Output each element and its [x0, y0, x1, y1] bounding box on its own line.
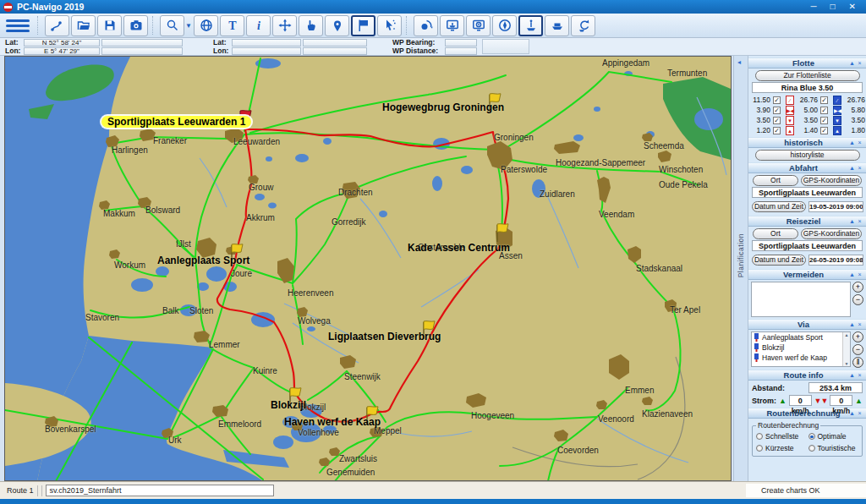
waypoint-label[interactable]: Sportligplaats Leeuwarden 1 — [101, 116, 251, 128]
route-icon[interactable] — [45, 15, 69, 36]
waypoint-label[interactable]: Blokzijl — [271, 399, 306, 411]
reiseziel-ort-button[interactable]: Ort — [753, 228, 798, 239]
day-night-icon[interactable] — [414, 15, 438, 36]
snapshot-camera-icon[interactable] — [123, 15, 148, 36]
waypoint-label[interactable]: Ligplaatsen Dieverbrug — [328, 331, 441, 342]
close-icon[interactable]: × — [856, 165, 863, 171]
checkbox-icon[interactable]: ✓ — [773, 127, 781, 134]
collapse-icon[interactable]: ▲ — [848, 321, 856, 327]
checkbox-icon[interactable]: ✓ — [773, 117, 781, 124]
abfahrt-gps-button[interactable]: GPS-Koordinaten — [801, 175, 862, 186]
globe-icon[interactable] — [194, 15, 218, 36]
waypoint-label[interactable]: Hogewegbrug Groningen — [382, 101, 504, 113]
close-icon[interactable]: × — [856, 271, 863, 277]
toolbar-separator — [406, 16, 409, 35]
via-list-item[interactable]: Blokzijl — [752, 342, 850, 353]
checkbox-icon[interactable]: ✓ — [820, 107, 828, 114]
via-list-item[interactable]: Aanlegplaats Sport — [752, 332, 850, 342]
waypoint-label[interactable]: Haven werf de Kaap — [284, 416, 381, 428]
historyliste-button[interactable]: historyliste — [755, 150, 860, 161]
collapse-icon[interactable]: ▲ — [848, 372, 856, 378]
via-scrollbar[interactable]: ▲▼ — [842, 332, 850, 366]
pointer-select-icon[interactable] — [377, 15, 402, 36]
close-icon[interactable]: × — [856, 218, 863, 224]
town-label: Oude Pekela — [659, 180, 708, 189]
section-title: Abfahrt — [759, 163, 848, 173]
waypoint-flag-marker[interactable] — [494, 222, 511, 243]
collapse-icon[interactable]: ▲ — [848, 410, 856, 416]
via-list-item[interactable]: Haven werf de Kaap — [752, 353, 850, 363]
town-label: Workum — [114, 260, 145, 270]
town-label: Termunten — [667, 68, 707, 78]
ais-mast-icon[interactable] — [518, 15, 543, 36]
via-pause-button[interactable]: ‖ — [852, 357, 863, 368]
zoom-icon[interactable] — [160, 15, 184, 36]
collapse-icon[interactable]: ▲ — [848, 60, 856, 66]
compass-icon[interactable] — [492, 15, 517, 36]
abfahrt-ort-button[interactable]: Ort — [753, 175, 798, 186]
info-icon[interactable]: i — [246, 15, 271, 36]
undo-route-icon[interactable] — [571, 15, 595, 36]
zoom-dropdown-icon[interactable]: ▼ — [185, 22, 192, 30]
reiseziel-gps-button[interactable]: GPS-Koordinaten — [801, 228, 862, 239]
via-listbox[interactable]: Aanlegplaats Sport Blokzijl Haven werf d… — [751, 331, 851, 367]
planification-strip: ◂ Planification — [733, 56, 748, 481]
checkbox-icon[interactable]: ✓ — [773, 96, 781, 104]
zur-flottenliste-button[interactable]: Zur Flottenliste — [755, 70, 860, 81]
collapse-icon[interactable]: ▲ — [848, 165, 856, 171]
open-folder-icon[interactable] — [71, 15, 96, 36]
checkbox-icon[interactable]: ✓ — [820, 96, 828, 104]
reiseziel-datetime-field[interactable]: 26-05-2019 09:08 — [808, 255, 863, 266]
vermeiden-add-button[interactable]: + — [852, 282, 863, 293]
collapse-icon[interactable]: ▲ — [848, 140, 856, 145]
vermeiden-listbox[interactable] — [751, 282, 851, 317]
maximize-button[interactable]: □ — [830, 3, 836, 11]
window-title: PC-Navigo 2019 — [17, 2, 84, 12]
vermeiden-remove-button[interactable]: − — [852, 294, 863, 305]
pan-move-icon[interactable] — [272, 15, 297, 36]
route-mode-radio[interactable]: Touristische — [808, 444, 859, 452]
route-mode-radio[interactable]: Schnellste — [756, 432, 807, 441]
ferry-icon[interactable] — [545, 15, 569, 36]
route-mode-radio[interactable]: Kürzeste — [756, 444, 807, 452]
collapse-icon[interactable]: ▲ — [848, 218, 856, 224]
checkbox-icon[interactable]: ✓ — [820, 117, 828, 124]
close-icon[interactable]: × — [856, 140, 863, 145]
via-remove-button[interactable]: − — [852, 344, 863, 355]
abfahrt-datetime-field[interactable]: 19-05-2019 09:00 — [808, 201, 863, 212]
wp-distance-label: WP Distance: — [391, 47, 445, 55]
ship-name-field[interactable]: Rina Blue 3.50 — [752, 82, 863, 93]
map-canvas[interactable]: AppingedamTermuntenGroningenScheemdaHoog… — [4, 56, 732, 481]
waypoint-label[interactable]: Kade Assen Centrum — [408, 242, 510, 254]
town-label: Hoogezand-Sappemeer — [556, 158, 645, 167]
monitor-target-icon[interactable] — [466, 15, 491, 36]
checkbox-icon[interactable]: ✓ — [773, 107, 781, 114]
select-hand-icon[interactable] — [299, 15, 323, 36]
close-icon[interactable]: × — [856, 60, 863, 66]
close-icon[interactable]: × — [856, 410, 863, 416]
planification-tab[interactable]: Planification — [737, 233, 745, 277]
minimize-button[interactable]: ─ — [810, 3, 816, 11]
collapse-sidebar-icon[interactable]: ◂ — [737, 58, 741, 66]
menu-icon[interactable] — [3, 15, 33, 36]
collapse-icon[interactable]: ▲ — [848, 271, 856, 277]
text-label-icon[interactable]: T — [220, 15, 244, 36]
abfahrt-datetime-button[interactable]: Datum und Zeit — [752, 201, 806, 212]
checkbox-icon[interactable]: ✓ — [820, 127, 828, 134]
statusbar-grip[interactable] — [37, 485, 42, 496]
close-button[interactable]: ✕ — [849, 3, 856, 11]
waypoint-pin-icon[interactable] — [325, 15, 349, 36]
via-add-button[interactable]: + — [852, 331, 863, 342]
reiseziel-location-field[interactable]: Sportligplaats Leeuwarden — [752, 240, 863, 251]
flag-icon[interactable] — [351, 15, 375, 36]
waypoint-label[interactable]: Aanlegplaats Sport — [157, 255, 249, 266]
route-mode-radio[interactable]: Optimale — [808, 432, 859, 441]
abfahrt-location-field[interactable]: Sportligplaats Leeuwarden — [752, 187, 863, 198]
save-icon[interactable] — [97, 15, 122, 36]
route-file-field[interactable]: sv.ch2019_Sternfahrt — [46, 485, 274, 496]
monitor-ship-icon[interactable] — [440, 15, 464, 36]
reiseziel-datetime-button[interactable]: Datum und Zeit — [752, 255, 806, 266]
close-icon[interactable]: × — [856, 372, 863, 378]
limit-value: 26.76 — [844, 96, 865, 104]
close-icon[interactable]: × — [856, 321, 863, 327]
